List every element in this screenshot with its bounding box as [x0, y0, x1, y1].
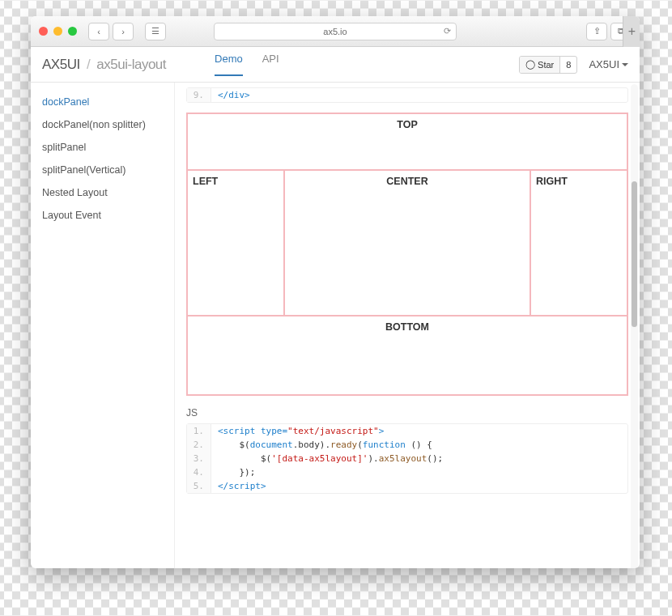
code-gutter: 1. [187, 424, 211, 438]
sidebar-item-nested-layout[interactable]: Nested Layout [31, 181, 174, 204]
brand-logo[interactable]: AX5UI / ax5ui-layout [42, 57, 166, 73]
sidebar: dockPanel dockPanel(non splitter) splitP… [31, 83, 175, 568]
github-star-text: Star [538, 60, 554, 70]
traffic-lights [39, 27, 77, 36]
sidebar-item-dockpanel[interactable]: dockPanel [31, 91, 174, 113]
pane-center[interactable]: CENTER [284, 170, 530, 316]
code-content: </script> [211, 479, 627, 493]
tab-api[interactable]: API [262, 53, 279, 76]
pane-right[interactable]: RIGHT [530, 170, 627, 316]
view-buttons: ☰ [145, 23, 166, 40]
code-content: $('[data-ax5layout]').ax5layout(); [211, 452, 627, 465]
browser-window: ‹ › ☰ ax5.io ⟳ ⇪ ⧉ + AX5UI / ax5ui-layou… [31, 16, 640, 568]
forward-button[interactable]: › [113, 23, 134, 40]
chevron-down-icon [622, 63, 628, 66]
code-gutter: 4. [187, 465, 211, 479]
brand-dropdown[interactable]: AX5UI [589, 58, 628, 70]
scrollbar-thumb[interactable] [632, 181, 637, 327]
content: dockPanel dockPanel(non splitter) splitP… [31, 83, 640, 568]
sidebar-item-splitpanel[interactable]: splitPanel [31, 136, 174, 159]
close-window-button[interactable] [39, 27, 48, 36]
address-bar[interactable]: ax5.io ⟳ [214, 23, 457, 40]
title-bar: ‹ › ☰ ax5.io ⟳ ⇪ ⧉ + [31, 16, 640, 47]
share-button[interactable]: ⇪ [586, 23, 607, 40]
pane-middle-row: LEFT CENTER RIGHT [187, 170, 627, 316]
nav-buttons: ‹ › [88, 23, 134, 40]
main-area: 9. </div> TOP LEFT CENTER RIGHT BOTTOM J… [175, 83, 640, 568]
sidebar-item-splitpanel-vertical[interactable]: splitPanel(Vertical) [31, 159, 174, 181]
sidebar-item-dockpanel-nonsplitter[interactable]: dockPanel(non splitter) [31, 113, 174, 136]
js-code-block: 1.<script type="text/javascript"> 2. $(d… [186, 423, 628, 494]
github-star-label: ◯ Star [520, 57, 560, 73]
brand-subtitle: ax5ui-layout [96, 57, 166, 72]
vertical-scrollbar[interactable] [631, 84, 638, 568]
code-gutter: 9. [187, 88, 211, 102]
brand-separator: / [87, 57, 90, 72]
brand-name: AX5UI [42, 57, 80, 72]
nav-tabs: Demo API [215, 53, 279, 76]
code-content: $(document.body).ready(function () { [211, 438, 627, 452]
code-gutter: 5. [187, 479, 211, 493]
back-button[interactable]: ‹ [88, 23, 109, 40]
brand-dropdown-label: AX5UI [589, 58, 619, 70]
code-content: }); [211, 465, 627, 479]
address-text: ax5.io [323, 27, 347, 36]
layout-demo: TOP LEFT CENTER RIGHT BOTTOM [186, 113, 628, 396]
pane-bottom[interactable]: BOTTOM [187, 316, 627, 395]
minimize-window-button[interactable] [53, 27, 62, 36]
pane-left[interactable]: LEFT [187, 170, 284, 316]
refresh-icon[interactable]: ⟳ [444, 26, 451, 36]
maximize-window-button[interactable] [68, 27, 77, 36]
github-star-count: 8 [560, 60, 576, 70]
code-gutter: 3. [187, 452, 211, 465]
github-icon: ◯ [525, 59, 535, 70]
sidebar-toggle-button[interactable]: ☰ [145, 23, 166, 40]
page-header: AX5UI / ax5ui-layout Demo API ◯ Star 8 A… [31, 47, 640, 83]
new-tab-button[interactable]: + [623, 16, 640, 47]
code-gutter: 2. [187, 438, 211, 452]
code-content: <script type="text/javascript"> [211, 424, 627, 438]
html-code-block: 9. </div> [186, 87, 628, 103]
code-content: </div> [211, 88, 627, 102]
pane-top[interactable]: TOP [187, 113, 627, 170]
tab-demo[interactable]: Demo [215, 53, 243, 76]
github-star-widget[interactable]: ◯ Star 8 [519, 56, 577, 74]
sidebar-item-layout-event[interactable]: Layout Event [31, 204, 174, 227]
js-label: JS [186, 407, 628, 418]
